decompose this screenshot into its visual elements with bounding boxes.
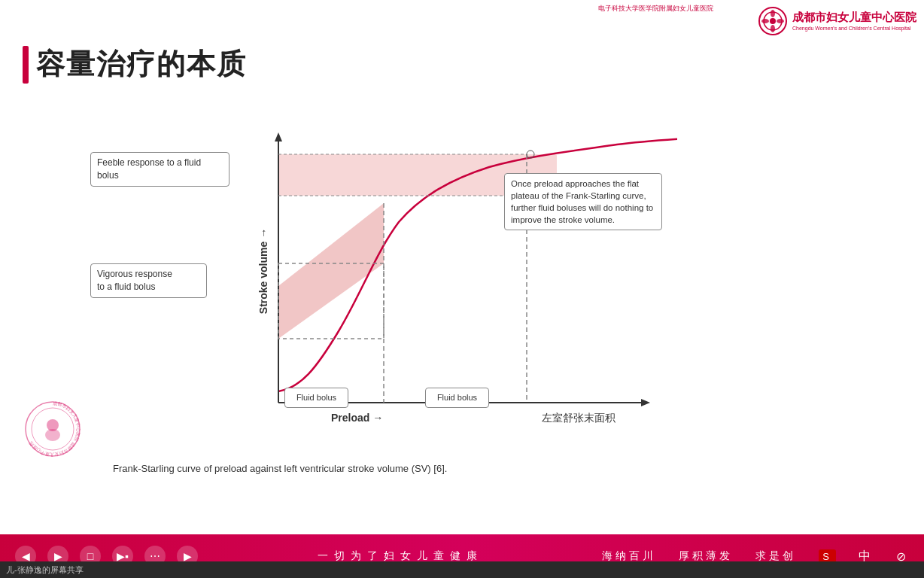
- svg-point-5: [777, 19, 784, 23]
- fluid-bolus-label-1: Fluid bolus: [284, 388, 348, 408]
- svg-text:左室舒张末面积: 左室舒张末面积: [542, 412, 615, 424]
- vigorous-annotation: Vigorous response to a fluid bolus: [90, 263, 207, 298]
- svg-text:Stroke volume →: Stroke volume →: [257, 228, 269, 314]
- main-slide: 电子科技大学医学院附属妇女儿童医院 成都市妇女儿童中心医院 Chengdu Wo…: [0, 0, 924, 534]
- svg-point-2: [771, 10, 775, 17]
- svg-marker-9: [278, 203, 384, 339]
- screen-share-bar: 儿-张静逸的屏幕共享: [0, 561, 924, 578]
- slide-title: 容量治疗的本质: [36, 45, 247, 84]
- chart-caption: Frank-Starling curve of preload against …: [113, 463, 447, 474]
- svg-text:Preload →: Preload →: [331, 412, 383, 424]
- svg-marker-13: [641, 399, 650, 406]
- fluid-bolus-label-2: Fluid bolus: [425, 388, 489, 408]
- svg-point-4: [761, 19, 769, 23]
- chart-area: Stroke volume → Preload → 左室舒张末面积 Feeble…: [75, 113, 677, 437]
- slide-title-area: 容量治疗的本质: [23, 45, 247, 84]
- svg-point-27: [45, 429, 60, 441]
- hospital-icon: [758, 6, 788, 36]
- hospital-text-block: 成都市妇女儿童中心医院 Chengdu Women's and Children…: [792, 9, 916, 32]
- svg-marker-12: [275, 132, 282, 141]
- svg-point-3: [771, 25, 775, 32]
- svg-point-6: [770, 18, 776, 24]
- screen-share-label: 儿-张静逸的屏幕共享: [6, 564, 84, 576]
- title-bar-icon: [23, 46, 29, 84]
- hospital-logo-area: 成都市妇女儿童中心医院 Chengdu Women's and Children…: [698, 0, 924, 41]
- once-annotation: Once preload approaches the flat plateau…: [504, 173, 662, 230]
- university-name: 电子科技大学医学院附属妇女儿童医院: [598, 4, 713, 14]
- watermark-logo: 成都市妇女儿童中心医院 成都市妇女儿童中心医院: [23, 399, 83, 459]
- feeble-annotation: Feeble response to a fluid bolus: [90, 152, 229, 187]
